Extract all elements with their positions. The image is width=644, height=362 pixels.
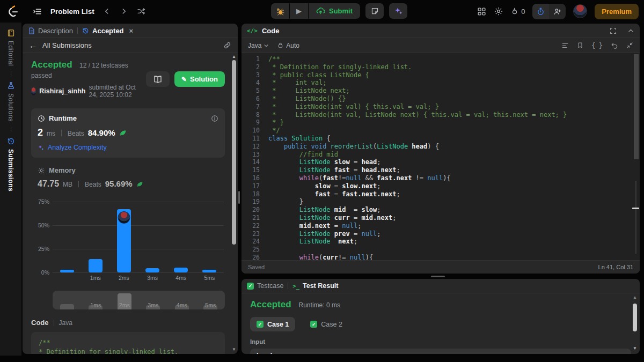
top-bar: Problem List [0,0,644,23]
bracket-settings-icon[interactable]: { } [591,42,603,49]
editorial-book-button[interactable] [146,71,170,87]
scroll-up-icon[interactable]: ▲ [232,54,236,59]
runtime-unit: ms [47,130,55,137]
checkbox-icon: ✓ [310,321,317,328]
chart-brush-minimap[interactable]: 1ms2ms3ms4ms5ms [53,291,225,309]
code-line: 13 //find mid [241,151,640,159]
tab-test-result[interactable]: >_ Test Result [292,282,338,290]
rail-item-solutions[interactable]: Solutions [7,82,15,122]
tab-accepted[interactable]: Accepted × [82,27,133,35]
layout-grid-icon[interactable] [477,7,486,16]
tab-testcase[interactable]: ✓ Testcase [247,282,283,290]
problem-list-label[interactable]: Problem List [50,8,94,16]
post-solution-button[interactable]: ✎ Solution [174,71,225,87]
close-tab-icon[interactable]: × [129,27,134,35]
left-panel-scrollbar[interactable] [232,60,236,245]
tab-description[interactable]: Description [28,27,73,35]
sparkle-icon [38,144,45,151]
all-submissions-link[interactable]: All Submissions [42,41,92,49]
flask-icon [7,82,15,90]
timer-group [532,4,566,19]
language-selector[interactable]: Java [248,42,269,49]
code-line: 7 * ListNode(int val) { this.val = val; … [241,103,640,111]
vertical-resize-handle[interactable] [238,191,240,204]
autocomplete-label: Auto [286,42,299,49]
code-line: 4 * int val; [241,79,640,87]
runtime-bar[interactable] [145,268,159,272]
editor-scroll-handle[interactable] [632,208,639,209]
runtime-bar[interactable] [174,268,188,272]
chevron-down-icon [264,43,269,48]
analyze-complexity-label: Analyze Complexity [48,144,107,151]
submitter-name[interactable]: Rishiraj_sinhh [39,87,85,95]
runtime-bar[interactable] [89,259,103,272]
submitted-time: submitted at Oct 24, 2025 10:02 [89,84,145,99]
code-line: 15 ListNode fast = head.next; [241,166,640,174]
ai-assistant-button[interactable] [389,3,407,19]
saved-status: Saved [248,264,265,270]
streak-counter[interactable]: 0 [511,7,525,16]
next-problem-icon[interactable] [117,4,131,18]
fullscreen-icon[interactable] [610,27,617,34]
share-link-icon[interactable] [223,41,231,49]
code-line: 12 public void reorderList(ListNode head… [241,143,640,151]
back-arrow-icon[interactable]: ← [29,41,37,50]
case-1-chip[interactable]: ✓ Case 1 [250,317,295,331]
debug-button[interactable] [271,3,289,19]
info-icon[interactable] [211,115,218,122]
scroll-down-icon[interactable]: ▼ [232,347,236,352]
collapse-diagonal-icon[interactable] [626,42,633,49]
notes-button[interactable] [365,3,384,19]
rail-item-submissions[interactable]: Submissions [7,137,15,191]
rail-label-solutions: Solutions [7,93,14,122]
premium-button[interactable]: Premium [595,4,639,19]
person-add-icon [553,8,561,16]
shuffle-icon[interactable] [134,4,148,18]
memory-beats-value: 95.69% [105,179,133,188]
result-runtime: Runtime: 0 ms [299,301,340,309]
analyze-complexity-link[interactable]: Analyze Complexity [38,144,218,151]
scroll-down-icon[interactable]: ▼ [633,346,637,351]
left-panel-tabs: Description Accepted × [23,24,238,38]
submitted-code-preview[interactable]: /** * Definition for singly-linked list.… [31,332,225,354]
run-button[interactable]: ▶ [290,3,308,19]
rail-item-editorial[interactable]: Editorial [7,29,15,66]
test-panel-scrollbar[interactable] [633,304,637,331]
editor-scrollbar[interactable] [634,54,639,159]
code-line: 3 * public class ListNode { [241,71,640,79]
code-line: 20 ListNode mid = slow; [241,206,640,214]
runtime-bar[interactable] [202,270,216,272]
user-avatar[interactable] [573,4,587,18]
horizontal-resize-handle[interactable] [431,276,445,277]
lock-icon [277,42,283,48]
timer-button[interactable] [532,4,549,19]
leetcode-logo-icon[interactable] [8,5,19,17]
code-line: 22 mid.next = null; [241,222,640,230]
runtime-card[interactable]: Runtime 2 ms Beats 84.90% [31,108,225,158]
editor-scroll-track [635,181,636,254]
format-code-icon[interactable] [561,42,569,49]
undo-icon[interactable] [611,42,618,49]
bookmark-icon[interactable] [577,42,583,49]
code-line: 21 ListNode curr = mid.next; [241,214,640,222]
code-section-label: Code [31,319,49,327]
cursor-position[interactable]: Ln 41, Col 31 [598,264,633,270]
collapse-panel-chevron-icon[interactable] [627,27,634,34]
input-field[interactable]: head [250,349,631,354]
tab-description-label: Description [38,27,73,35]
submit-button[interactable]: Submit [309,3,360,19]
invite-button[interactable] [549,4,566,19]
code-editor[interactable]: 1/**2 * Definition for singly-linked lis… [241,53,640,260]
scroll-up-icon[interactable]: ▲ [633,295,637,300]
code-panel-title[interactable]: Code [262,27,280,35]
case-2-chip[interactable]: ✓ Case 2 [304,317,349,331]
autocomplete-toggle[interactable]: Auto [277,42,299,49]
prev-problem-icon[interactable] [100,4,114,18]
checkbox-icon: ✓ [257,321,264,328]
settings-gear-icon[interactable] [494,6,503,16]
runtime-distribution-chart[interactable]: 0%25%50%75%1ms2ms3ms4ms5ms [31,201,225,284]
problem-list-icon[interactable] [30,4,44,18]
runtime-bar[interactable] [60,270,74,272]
code-editor-panel: </> Code Java [241,24,640,274]
memory-block[interactable]: Memory 47.75 MB Beats 95.69% [31,166,225,189]
